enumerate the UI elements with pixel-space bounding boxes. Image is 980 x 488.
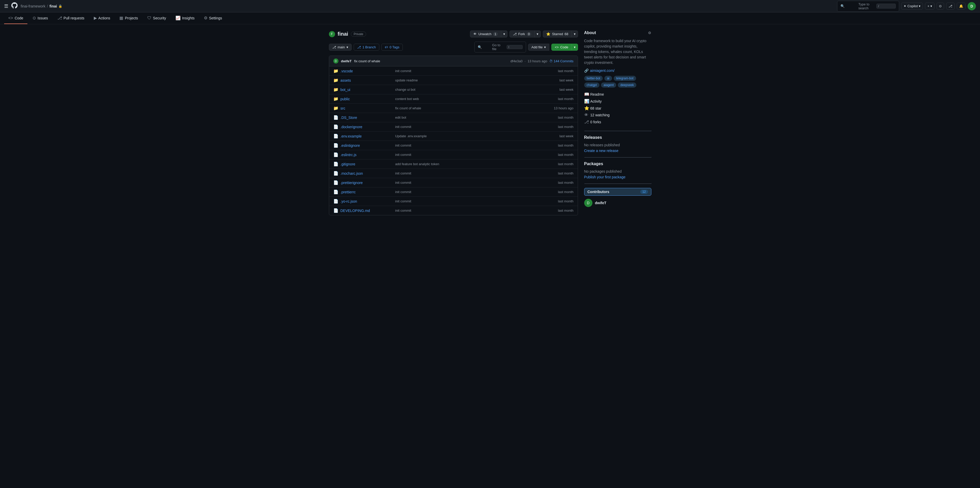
contributors-header[interactable]: Contributors 12: [584, 188, 651, 196]
tab-pullrequests[interactable]: ⎇ Pull requests: [53, 13, 89, 24]
table-row[interactable]: 📄.prettierignoreinit commitlast month: [329, 178, 578, 187]
file-name[interactable]: .DS_Store: [340, 116, 392, 120]
watch-label: Unwatch: [478, 32, 492, 36]
file-name[interactable]: .yo-rc.json: [340, 199, 392, 203]
file-icon: 📄: [333, 208, 337, 213]
tab-insights[interactable]: 📈 Insights: [171, 13, 199, 24]
watch-button[interactable]: 👁 Unwatch 1: [470, 30, 501, 37]
file-name[interactable]: .mocharc.json: [340, 171, 392, 175]
file-name[interactable]: bot_ui: [340, 88, 392, 92]
tab-settings[interactable]: ⚙ Settings: [200, 13, 226, 24]
commit-author[interactable]: dwifeT: [341, 59, 352, 63]
file-time: 13 hours ago: [548, 106, 574, 110]
notifications-button[interactable]: 🔔: [957, 3, 966, 10]
fork-button[interactable]: ⎇ Fork 0: [509, 30, 535, 37]
file-icon: 📄: [333, 190, 337, 195]
watch-dropdown-button[interactable]: ▾: [501, 30, 508, 37]
tab-issues[interactable]: ⊙ Issues: [29, 13, 52, 24]
file-name[interactable]: .vscode: [340, 69, 392, 73]
file-name[interactable]: assets: [340, 78, 392, 83]
table-row[interactable]: 📁srcfix count of whale13 hours ago: [329, 104, 578, 113]
table-row[interactable]: 📁publiccontent bot weblast month: [329, 94, 578, 104]
branch-selector[interactable]: ⎇ main ▾: [329, 44, 352, 51]
activity-link[interactable]: 📊 Activity: [584, 99, 651, 104]
readme-link[interactable]: 📖 Readme: [584, 92, 651, 97]
file-icon: 📄: [333, 161, 337, 166]
file-name[interactable]: public: [340, 97, 392, 101]
star-button[interactable]: ⭐ Starred 68: [543, 30, 571, 37]
commit-message[interactable]: fix count of whale: [354, 59, 380, 63]
about-gear-icon[interactable]: ⚙: [648, 31, 651, 35]
fork-dropdown-button[interactable]: ▾: [535, 30, 541, 37]
publish-package-link[interactable]: Publish your first package: [584, 175, 651, 179]
table-row[interactable]: 📁bot_uichange ui botlast week: [329, 85, 578, 94]
file-icon: 📄: [333, 180, 337, 185]
star-dropdown-button[interactable]: ▾: [572, 30, 578, 37]
tag-item[interactable]: twitter-bot: [584, 76, 603, 81]
table-row[interactable]: 📄.env.exampleUpdate .env.examplelast wee…: [329, 132, 578, 141]
table-row[interactable]: 📁assetsupdate readmelast week: [329, 76, 578, 85]
table-row[interactable]: 📄.DS_Storeedit botlast month: [329, 113, 578, 122]
file-name[interactable]: .eslintrc.js: [340, 153, 392, 157]
tab-code[interactable]: <> Code: [4, 13, 27, 24]
file-name[interactable]: DEVELOPING.md: [340, 209, 392, 213]
commit-header: D dwifeT fix count of whale df4e3a0 · 13…: [329, 56, 578, 67]
about-website[interactable]: 🔗 aimiagent.com/: [584, 69, 651, 73]
file-name[interactable]: .gitignore: [340, 162, 392, 166]
branches-button[interactable]: ⎇ 1 Branch: [354, 44, 379, 51]
repo-name[interactable]: finai: [338, 31, 348, 37]
commits-history-link[interactable]: ⏱ 144 Commits: [549, 59, 574, 63]
copilot-button[interactable]: ✦ Copilot ▾: [901, 3, 923, 10]
file-name[interactable]: .eslintignore: [340, 144, 392, 148]
hamburger-menu-icon[interactable]: ☰: [4, 3, 8, 9]
table-row[interactable]: 📄.eslintignoreinit commitlast month: [329, 141, 578, 150]
file-icon: 📄: [333, 152, 337, 157]
file-name[interactable]: .prettierignore: [340, 181, 392, 185]
file-name[interactable]: src: [340, 106, 392, 110]
breadcrumb-org[interactable]: finai-framework: [21, 4, 46, 8]
code-button[interactable]: <> Code: [551, 44, 571, 51]
table-row[interactable]: 📁.vscodeinit commitlast month: [329, 67, 578, 76]
issues-button[interactable]: ⊙: [937, 3, 944, 10]
table-row[interactable]: 📄.yo-rc.jsoninit commitlast month: [329, 197, 578, 206]
global-search[interactable]: 🔍 Type to search /: [837, 1, 899, 12]
tab-projects[interactable]: ▦ Projects: [115, 13, 142, 24]
tags-button[interactable]: 🏷 0 Tags: [381, 44, 403, 51]
tab-security[interactable]: 🛡 Security: [143, 13, 170, 24]
forks-count[interactable]: ⎇ 0 forks: [584, 120, 651, 124]
table-row[interactable]: 📄.gitignoreadd feature bot analytic toke…: [329, 159, 578, 169]
code-dropdown-button[interactable]: ▾: [572, 44, 578, 51]
file-icon: 📄: [333, 171, 337, 176]
tab-actions[interactable]: ▶ Actions: [90, 13, 115, 24]
table-row[interactable]: 📄.prettierrcinit commitlast month: [329, 187, 578, 197]
create-button[interactable]: + ▾: [925, 3, 934, 10]
top-navigation: ☰ finai-framework / finai 🔒 🔍 Type to se…: [0, 0, 980, 13]
user-avatar[interactable]: D: [967, 2, 976, 10]
create-release-link[interactable]: Create a new release: [584, 148, 651, 153]
tag-item[interactable]: deepseek: [618, 83, 636, 88]
search-shortcut: /: [877, 4, 896, 8]
tag-item[interactable]: telegram-bot: [614, 76, 636, 81]
issues-nav-icon: ⊙: [939, 4, 942, 8]
stars-count[interactable]: ⭐ 68 star: [584, 106, 651, 111]
table-row[interactable]: 📄.dockerignoreinit commitlast month: [329, 122, 578, 132]
file-name[interactable]: .dockerignore: [340, 125, 392, 129]
file-icon: 📄: [333, 199, 337, 204]
file-name[interactable]: .env.example: [340, 134, 392, 138]
table-row[interactable]: 📄.mocharc.jsoninit commitlast month: [329, 169, 578, 178]
commit-sha[interactable]: df4e3a0: [510, 59, 522, 63]
table-row[interactable]: 📄.eslintrc.jsinit commitlast month: [329, 150, 578, 159]
file-name[interactable]: .prettierrc: [340, 190, 392, 194]
tag-item[interactable]: ai: [605, 76, 612, 81]
watching-label: 12 watching: [590, 113, 610, 117]
breadcrumb-repo[interactable]: finai: [49, 4, 57, 8]
tag-item[interactable]: chatgpt: [584, 83, 600, 88]
table-row[interactable]: 📄DEVELOPING.mdinit commitlast month: [329, 206, 578, 215]
watching-count[interactable]: 👁 12 watching: [584, 113, 651, 117]
go-to-file[interactable]: 🔍 Go to file t: [474, 41, 526, 53]
contributor-item[interactable]: D dwifeT: [584, 199, 651, 207]
add-file-button[interactable]: Add file ▾: [528, 44, 549, 51]
pullrequests-button[interactable]: ⎇: [946, 3, 955, 10]
tag-item[interactable]: aiagent: [601, 83, 616, 88]
github-logo-icon[interactable]: [11, 2, 18, 10]
